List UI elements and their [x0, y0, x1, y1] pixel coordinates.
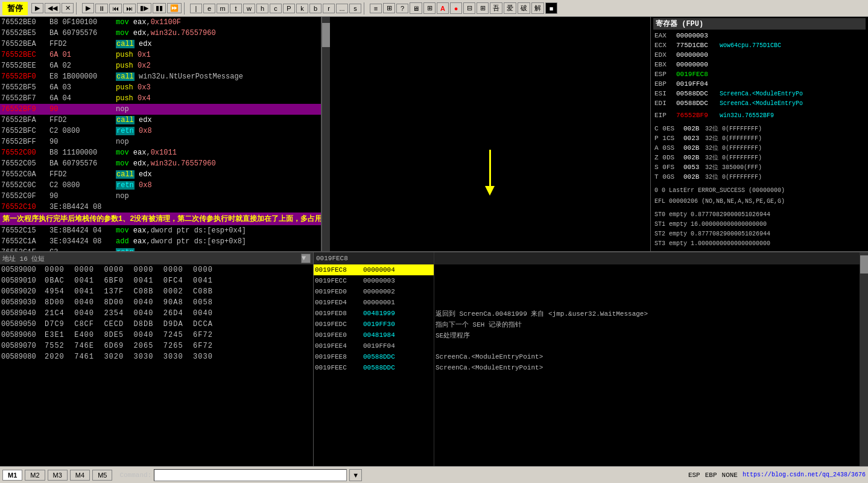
mem-row-00589030[interactable]: 00589030 8D00 0040 8D00 0040 90A8 0058 — [0, 297, 313, 308]
tab-m5[interactable]: M5 — [92, 470, 112, 481]
toolbar-btn-P[interactable]: P — [283, 4, 295, 13]
toolbar-btn-minus[interactable]: ⊟ — [463, 2, 475, 14]
yellow-arrow — [485, 150, 495, 196]
toolbar-btn-e[interactable]: e — [203, 4, 215, 13]
stack-scrollbar[interactable] — [860, 252, 868, 466]
toolbar-btn-dot-red[interactable]: ● — [450, 2, 462, 14]
asm-row-76552C1A[interactable]: 76552C1A 3E:034424 08 add eax,dword ptr … — [0, 236, 321, 247]
asm-row-76552C10[interactable]: 76552C10 3E:8B4424 08 — [0, 202, 321, 213]
asm-row-76552C0A[interactable]: 76552C0A FFD2 call edx — [0, 169, 321, 180]
toolbar-btn-m[interactable]: m — [217, 4, 229, 13]
fpu-st0: ST0 empty 0.87770829000051026944 — [653, 210, 866, 219]
asm-row-76552C05[interactable]: 76552C05 BA 60795576 mov edx,win32u.7655… — [0, 158, 321, 169]
mem-row-00589060[interactable]: 00589060 E3E1 E400 8DE5 0040 7245 6F72 — [0, 330, 313, 341]
toolbar-btn-po[interactable]: 破 — [518, 2, 530, 14]
toolbar-btn-close[interactable]: ✕ — [62, 3, 74, 13]
toolbar-btn-l[interactable]: | — [190, 4, 202, 13]
toolbar-btn-dots[interactable]: ... — [336, 4, 348, 13]
toolbar-btn-wu[interactable]: 吾 — [490, 2, 502, 14]
stack-row-0019FEE8[interactable]: 0019FEE8 00588DDC — [314, 351, 434, 362]
toolbar-btn-k[interactable]: k — [296, 4, 308, 13]
toolbar-btn-t[interactable]: t — [230, 4, 242, 13]
mem-row-00589040[interactable]: 00589040 21C4 0040 2354 0040 26D4 0040 — [0, 308, 313, 319]
asm-row-76552BF0[interactable]: 76552BF0 E8 1B000000 call win32u.NtUserP… — [0, 71, 321, 82]
asm-row-76552BF7[interactable]: 76552BF7 6A 04 push 0x4 — [0, 93, 321, 104]
stack-row-0019FED4[interactable]: 0019FED4 00000001 — [314, 297, 434, 308]
asm-row-76552BEC[interactable]: 76552BEC 6A 01 push 0x1 — [0, 50, 321, 60]
bottom-pane: 地址 16 位短 ▼ 00589000 0000 0000 0000 0000 … — [0, 252, 868, 466]
asm-row-76552BEA[interactable]: 76552BEA FFD2 call edx — [0, 39, 321, 50]
tab-m4[interactable]: M4 — [70, 470, 90, 481]
asm-row-76552C00[interactable]: 76552C00 B8 11100000 mov eax,0x1011 — [0, 147, 321, 158]
asm-row-76552BE0[interactable]: 76552BE0 B8 0F100100 mov eax,0x1100F — [0, 17, 321, 28]
toolbar-btn-help[interactable]: ? — [396, 4, 408, 13]
toolbar-btn-c[interactable]: c — [270, 4, 282, 13]
toolbar-btn-back[interactable]: ◀◀ — [45, 3, 60, 13]
toolbar-btn-jie[interactable]: 解 — [531, 2, 544, 14]
toolbar-btn-ai[interactable]: 爱 — [504, 2, 516, 14]
asm-row-76552BE5[interactable]: 76552BE5 BA 60795576 mov edx,win32u.7655… — [0, 28, 321, 39]
toolbar-btn-grid[interactable]: ⊞ — [383, 3, 395, 13]
toolbar-btn-black[interactable]: ■ — [545, 2, 557, 14]
toolbar-btn-s[interactable]: s — [349, 4, 361, 13]
fpu-st1: ST1 empty 16.000000000000000000 — [653, 219, 866, 229]
toolbar-btn-run[interactable]: ▶ — [31, 3, 43, 13]
toolbar-btn-w[interactable]: w — [243, 4, 255, 13]
tab-m1[interactable]: M1 — [2, 470, 22, 481]
stack-row-0019FED0[interactable]: 0019FED0 00000002 — [314, 286, 434, 297]
mem-row-00589050[interactable]: 00589050 D7C9 C8CF CECD D8DB D9DA DCCA — [0, 319, 313, 330]
disasm-right-area — [330, 17, 651, 251]
reg-eip: EIP 76552BF9 win32u.76552BF9 — [653, 110, 866, 120]
stack-row-0019FEE4[interactable]: 0019FEE4 0019FF04 — [314, 341, 434, 351]
asm-row-76552C1F[interactable]: 76552C1F C3 retn — [0, 247, 321, 251]
command-dropdown[interactable]: ▼ — [349, 469, 362, 481]
reg-eax: EAX 00000003 — [653, 31, 866, 40]
stack-row-0019FEC8[interactable]: 0019FEC8 00000004 — [314, 264, 434, 275]
mem-row-00589010[interactable]: 00589010 0BAC 0041 6BF0 0041 0FC4 0041 — [0, 275, 313, 286]
toolbar-btn-list[interactable]: ≡ — [370, 4, 382, 13]
toolbar-btn-h[interactable]: h — [256, 4, 268, 13]
toolbar-btn-plus[interactable]: ⊞ — [477, 2, 489, 14]
stack-row-0019FEE0[interactable]: 0019FEE0 00481984 — [314, 330, 434, 341]
stack-row-0019FEDC[interactable]: 0019FEDC 0019FF30 — [314, 319, 434, 330]
toolbar-btn-pause[interactable]: ⏸ — [95, 4, 108, 13]
stack-row-0019FEEC[interactable]: 0019FEEC 00588DDC — [314, 362, 434, 373]
asm-row-76552C0F[interactable]: 76552C0F 90 nop — [0, 191, 321, 202]
toolbar-btn-A[interactable]: A — [437, 2, 449, 14]
toolbar-btn-stepover[interactable]: ⏭ — [123, 4, 136, 13]
stack-row-0019FECC[interactable]: 0019FECC 00000003 — [314, 275, 434, 286]
asm-row-76552BF9[interactable]: 76552BF9 90 nop — [0, 104, 321, 115]
tab-m3[interactable]: M3 — [48, 470, 68, 481]
toolbar-btn-stepout[interactable]: ▮▶ — [137, 3, 151, 13]
mem-row-00589070[interactable]: 00589070 7552 746E 6D69 2065 7265 6F72 — [0, 341, 313, 351]
command-input[interactable] — [154, 469, 347, 481]
stack-comment-header — [434, 252, 860, 264]
stack-comment-0019FEC8 — [434, 264, 860, 275]
toolbar-btn-runtocursor[interactable]: ▮▮ — [153, 3, 166, 13]
command-label: Command: — [119, 472, 151, 479]
asm-row-76552C0C[interactable]: 76552C0C C2 0800 retn 0x8 — [0, 180, 321, 191]
seg-cs: P 1 CS 0023 32位 0(FFFFFFFF) — [653, 133, 866, 143]
toolbar-btn-stepinto[interactable]: ⏮ — [109, 4, 122, 13]
mem-row-00589080[interactable]: 00589080 2020 7461 3020 3030 3030 3030 — [0, 351, 313, 362]
asm-row-76552BEE[interactable]: 76552BEE 6A 02 push 0x2 — [0, 60, 321, 71]
tab-m2[interactable]: M2 — [25, 470, 45, 481]
disasm-scrollbar[interactable] — [322, 17, 330, 251]
toolbar-btn-window[interactable]: ⊞ — [423, 2, 436, 14]
asm-row-76552C15[interactable]: 76552C15 3E:8B4424 04 mov eax,dword ptr … — [0, 225, 321, 236]
toolbar-btn-b[interactable]: b — [309, 4, 322, 13]
asm-row-76552BFC[interactable]: 76552BFC C2 0800 retn 0x8 — [0, 126, 321, 136]
toolbar-btn-skip[interactable]: ⏩ — [167, 3, 182, 13]
memory-scrollbar-h[interactable]: ▼ — [301, 254, 311, 263]
asm-row-76552BFA[interactable]: 76552BFA FFD2 call edx — [0, 115, 321, 126]
stack-row-0019FED8[interactable]: 0019FED8 00481999 — [314, 308, 434, 319]
asm-row-76552BFF[interactable]: 76552BFF 90 nop — [0, 136, 321, 147]
toolbar-btn-play[interactable]: ▶ — [82, 3, 94, 13]
toolbar-btn-screen[interactable]: 🖥 — [410, 2, 422, 14]
status-none: NONE — [722, 472, 738, 479]
asm-row-76552BF5[interactable]: 76552BF5 6A 03 push 0x3 — [0, 82, 321, 93]
mem-row-00589020[interactable]: 00589020 4954 0041 137F C08B 0002 C08B — [0, 286, 313, 297]
toolbar-btn-r[interactable]: r — [323, 4, 335, 13]
mem-row-00589000[interactable]: 00589000 0000 0000 0000 0000 0000 0000 — [0, 264, 313, 275]
stack-comment-0019FED0 — [434, 286, 860, 297]
